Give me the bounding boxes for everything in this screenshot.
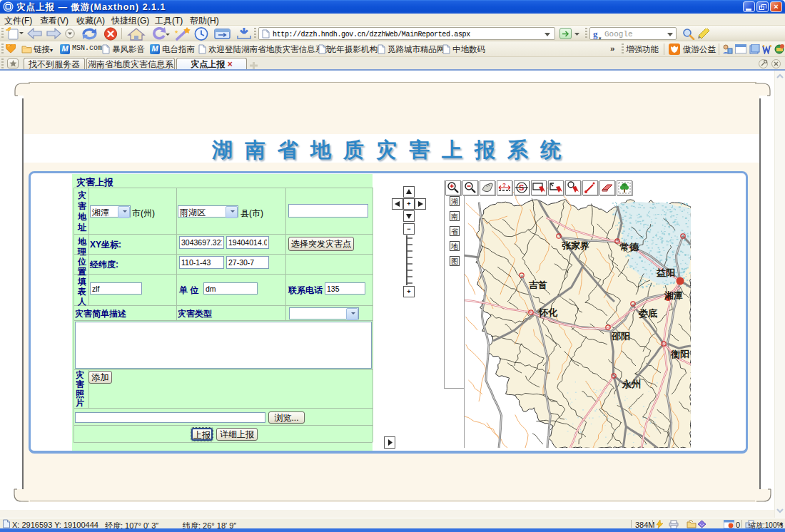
svg-text:怀化: 怀化 (538, 307, 558, 318)
svg-text:常德: 常德 (619, 242, 639, 252)
svg-text:邵阳: 邵阳 (611, 331, 630, 342)
svg-text:娄底: 娄底 (638, 308, 657, 319)
svg-text:永州: 永州 (622, 379, 641, 389)
svg-text:益阳: 益阳 (656, 267, 675, 278)
svg-text:?: ? (502, 182, 506, 188)
svg-text:衡阳: 衡阳 (670, 349, 689, 359)
svg-text:吉首: 吉首 (529, 280, 547, 290)
svg-text:湘潭: 湘潭 (664, 290, 683, 301)
svg-text:张家界: 张家界 (562, 240, 589, 251)
